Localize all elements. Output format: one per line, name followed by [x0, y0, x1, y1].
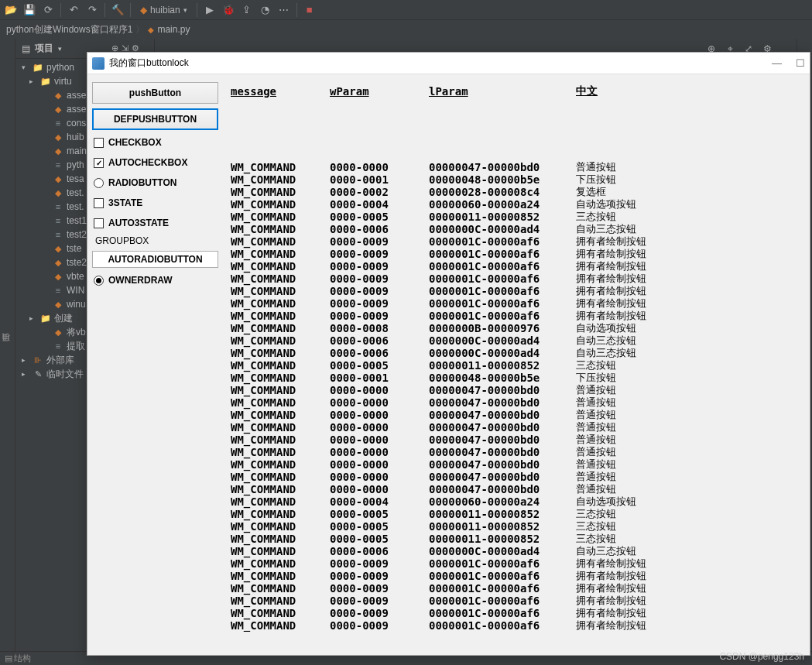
- hammer-icon[interactable]: 🔨: [111, 4, 124, 16]
- structure-icon[interactable]: ▤: [5, 653, 12, 663]
- table-row: WM_COMMAND0000-00090000001C-00000af6拥有者绘…: [231, 557, 805, 570]
- app-icon: [92, 57, 104, 70]
- chevron-right-icon: 〉: [135, 23, 145, 36]
- table-row: WM_COMMAND0000-000400000060-00000a24自动选项…: [231, 495, 805, 508]
- controls-panel: pushButton DEFPUSHBUTTON CHECKBOX ✓AUTOC…: [87, 74, 223, 655]
- header-cn: 中文: [576, 84, 669, 98]
- table-row: WM_COMMAND0000-000100000048-00000b5e下压按钮: [231, 372, 805, 384]
- checkbox-icon: [94, 198, 104, 208]
- stop-icon[interactable]: ■: [303, 4, 316, 16]
- checkbox-icon: [94, 218, 104, 228]
- panel-title: 项目: [35, 42, 53, 55]
- table-row: WM_COMMAND0000-000500000011-00000852三态按钮: [231, 508, 805, 520]
- table-row: WM_COMMAND0000-000500000011-00000852三态按钮: [231, 211, 805, 223]
- ownerdraw-control[interactable]: OWNERDRAW: [92, 273, 218, 288]
- checkbox-checked-icon: ✓: [94, 158, 104, 168]
- table-row: WM_COMMAND0000-00090000001C-00000af6拥有者绘…: [231, 273, 805, 285]
- radio-icon: [94, 178, 104, 188]
- table-row: WM_COMMAND0000-00090000001C-00000af6拥有者绘…: [231, 570, 805, 582]
- table-row: WM_COMMAND0000-00090000001C-00000af6拥有者绘…: [231, 285, 805, 297]
- save-icon[interactable]: 💾: [23, 4, 36, 16]
- python-icon: ◆: [140, 5, 147, 15]
- reload-icon[interactable]: ⟳: [42, 4, 54, 16]
- table-row: WM_COMMAND0000-00090000001C-00000af6拥有者绘…: [231, 607, 805, 619]
- table-row: WM_COMMAND0000-00090000001C-00000af6拥有者绘…: [231, 235, 805, 248]
- minimize-icon[interactable]: —: [772, 57, 782, 69]
- coverage-icon[interactable]: ⇪: [241, 4, 253, 16]
- table-row: WM_COMMAND0000-000000000047-00000bd0普通按钮: [231, 446, 805, 458]
- table-row: WM_COMMAND0000-00060000000C-00000ad4自动三态…: [231, 347, 805, 359]
- table-row: WM_COMMAND0000-00090000001C-00000af6拥有者绘…: [231, 297, 805, 310]
- run-icon[interactable]: ▶: [204, 4, 216, 16]
- column-headers: message wParam lParam 中文: [231, 82, 805, 101]
- table-row: WM_COMMAND0000-000000000047-00000bd0普通按钮: [231, 458, 805, 471]
- table-row: WM_COMMAND0000-000000000047-00000bd0普通按钮: [231, 471, 805, 483]
- open-icon[interactable]: 📂: [5, 4, 17, 16]
- table-row: WM_COMMAND0000-00090000001C-00000af6拥有者绘…: [231, 582, 805, 595]
- window-title: 我的窗口buttonlock: [109, 57, 189, 70]
- main-toolbar: 📂 💾 ⟳ ↶ ↷ 🔨 ◆ huibian ▾ ▶ 🐞 ⇪ ◔ ⋯ ■: [0, 0, 812, 20]
- table-row: WM_COMMAND0000-00060000000C-00000ad4自动三态…: [231, 223, 805, 235]
- message-list-panel: message wParam lParam 中文 WM_COMMAND0000-…: [223, 74, 810, 655]
- python-icon: ◆: [148, 26, 154, 34]
- table-row: WM_COMMAND0000-000000000047-00000bd0普通按钮: [231, 161, 805, 173]
- header-message: message: [231, 85, 330, 98]
- table-row: WM_COMMAND0000-000500000011-00000852三态按钮: [231, 533, 805, 545]
- table-row: WM_COMMAND0000-00060000000C-00000ad4自动三态…: [231, 334, 805, 347]
- run-config-dropdown[interactable]: ◆ huibian ▾: [137, 5, 190, 15]
- config-name: huibian: [150, 5, 180, 15]
- breadcrumb-project[interactable]: python创建Windows窗口程序1: [6, 23, 132, 36]
- radio-checked-icon: [94, 276, 104, 286]
- threestate-control[interactable]: 3STATE: [92, 195, 218, 211]
- table-row: WM_COMMAND0000-00090000001C-00000af6拥有者绘…: [231, 619, 805, 632]
- table-row: WM_COMMAND0000-000100000048-00000b5e下压按钮: [231, 173, 805, 186]
- checkbox-icon: [94, 138, 104, 148]
- table-row: WM_COMMAND0000-000000000047-00000bd0普通按钮: [231, 421, 805, 434]
- debug-icon[interactable]: 🐞: [222, 4, 235, 16]
- checkbox-control[interactable]: CHECKBOX: [92, 135, 218, 150]
- groupbox-label: GROUPBOX: [92, 235, 218, 246]
- table-row: WM_COMMAND0000-000500000011-00000852三态按钮: [231, 359, 805, 372]
- table-row: WM_COMMAND0000-00080000000B-00000976自动选项…: [231, 322, 805, 334]
- undo-icon[interactable]: ↶: [67, 4, 80, 16]
- table-row: WM_COMMAND0000-000000000047-00000bd0普通按钮: [231, 384, 805, 396]
- breadcrumb-file[interactable]: main.py: [157, 24, 190, 35]
- table-row: WM_COMMAND0000-000200000028-000008c4复选框: [231, 186, 805, 198]
- table-row: WM_COMMAND0000-000500000011-00000852三态按钮: [231, 520, 805, 533]
- table-row: WM_COMMAND0000-000400000060-00000a24自动选项…: [231, 198, 805, 211]
- left-gutter[interactable]: 项目: [0, 39, 15, 651]
- redo-icon[interactable]: ↷: [86, 4, 98, 16]
- structure-label[interactable]: 结构: [14, 653, 31, 664]
- table-row: WM_COMMAND0000-00060000000C-00000ad4自动三态…: [231, 545, 805, 557]
- table-row: WM_COMMAND0000-00090000001C-00000af6拥有者绘…: [231, 260, 805, 273]
- float-window: 我的窗口buttonlock — ☐ pushButton DEFPUSHBUT…: [87, 52, 810, 656]
- project-icon: ▤: [22, 43, 30, 54]
- breadcrumb: python创建Windows窗口程序1 〉 ◆ main.py: [0, 20, 812, 39]
- header-wparam: wParam: [330, 85, 429, 98]
- maximize-icon[interactable]: ☐: [796, 57, 805, 69]
- auto3state-control[interactable]: AUTO3STATE: [92, 215, 218, 231]
- table-row: WM_COMMAND0000-000000000047-00000bd0普通按钮: [231, 483, 805, 495]
- autoradiobutton[interactable]: AUTORADIOBUTTON: [92, 251, 218, 268]
- pushbutton[interactable]: pushButton: [92, 82, 218, 104]
- message-table: WM_COMMAND0000-000000000047-00000bd0普通按钮…: [231, 161, 805, 632]
- profile-icon[interactable]: ◔: [259, 4, 272, 16]
- watermark: CSDN @pengg123h: [719, 651, 804, 662]
- radiobutton-control[interactable]: RADIOBUTTON: [92, 175, 218, 190]
- table-row: WM_COMMAND0000-00090000001C-00000af6拥有者绘…: [231, 595, 805, 607]
- chevron-down-icon[interactable]: ▾: [58, 45, 62, 53]
- table-row: WM_COMMAND0000-000000000047-00000bd0普通按钮: [231, 434, 805, 446]
- attach-icon[interactable]: ⋯: [278, 4, 290, 16]
- defpushbutton[interactable]: DEFPUSHBUTTON: [92, 108, 218, 130]
- table-row: WM_COMMAND0000-000000000047-00000bd0普通按钮: [231, 396, 805, 409]
- chevron-down-icon: ▾: [183, 6, 187, 14]
- header-lparam: lParam: [429, 85, 576, 98]
- table-row: WM_COMMAND0000-000000000047-00000bd0普通按钮: [231, 409, 805, 421]
- table-row: WM_COMMAND0000-00090000001C-00000af6拥有者绘…: [231, 248, 805, 260]
- table-row: WM_COMMAND0000-00090000001C-00000af6拥有者绘…: [231, 310, 805, 322]
- window-titlebar[interactable]: 我的窗口buttonlock — ☐: [87, 53, 810, 74]
- autocheckbox-control[interactable]: ✓AUTOCHECKBOX: [92, 155, 218, 170]
